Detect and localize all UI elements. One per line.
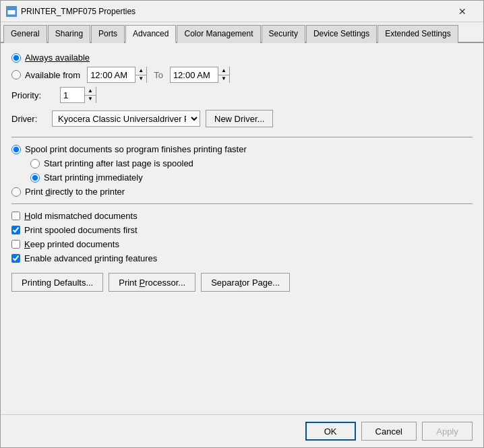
print-directly-label[interactable]: Print directly to the printer <box>11 187 125 197</box>
apply-button[interactable]: Apply <box>422 422 473 441</box>
enable-advanced-text: Enable advanced printing features <box>24 253 157 263</box>
svg-rect-1 <box>7 8 16 10</box>
priority-down[interactable]: ▼ <box>85 96 96 104</box>
window-title: PRINTER_TMPF075 Properties <box>21 7 447 16</box>
start-after-last-text: Start printing after last page is spoole… <box>44 158 193 168</box>
close-button[interactable]: ✕ <box>447 1 478 22</box>
tab-general[interactable]: General <box>3 25 47 43</box>
time-to-down[interactable]: ▼ <box>218 75 229 84</box>
time-to-spinners: ▲ ▼ <box>218 67 229 83</box>
printing-defaults-button[interactable]: Printing Defaults... <box>11 273 103 292</box>
driver-label: Driver: <box>11 114 45 124</box>
print-directly-row: Print directly to the printer <box>11 187 473 197</box>
tab-color-management[interactable]: Color Management <box>177 25 260 43</box>
print-directly-radio[interactable] <box>11 187 21 197</box>
spool-radio[interactable] <box>11 145 21 154</box>
print-spooled-row: Print spooled documents first <box>11 225 473 235</box>
driver-row: Driver: Kyocera Classic Universaldriver … <box>11 110 473 127</box>
priority-row: Priority: ▲ ▼ <box>11 87 473 103</box>
time-from-field[interactable] <box>88 67 135 82</box>
priority-spinners: ▲ ▼ <box>84 87 96 103</box>
separator-1 <box>11 137 473 137</box>
spool-label[interactable]: Spool print documents so program finishe… <box>11 144 247 154</box>
time-from-group: ▲ ▼ To ▲ ▼ <box>87 67 230 83</box>
print-spooled-label[interactable]: Print spooled documents first <box>24 225 138 235</box>
tab-ports[interactable]: Ports <box>91 25 125 43</box>
keep-printed-row: Keep printed documents <box>11 239 473 249</box>
enable-advanced-row: Enable advanced printing features <box>11 253 473 263</box>
time-from-input[interactable]: ▲ ▼ <box>87 67 147 83</box>
available-from-label[interactable]: Available from <box>11 70 80 80</box>
start-immediately-label[interactable]: Start printing immediately <box>30 172 143 183</box>
available-from-radio[interactable] <box>11 70 21 79</box>
hold-mismatched-text: Hold mismatched documents <box>24 211 138 221</box>
cancel-button[interactable]: Cancel <box>361 422 417 441</box>
to-label: To <box>154 70 163 80</box>
separator-page-button[interactable]: Separator Page... <box>201 273 290 292</box>
window-icon <box>6 6 17 17</box>
spool-text: Spool print documents so program finishe… <box>25 144 247 154</box>
tab-extended-settings[interactable]: Extended Settings <box>377 25 458 43</box>
always-available-row: Always available <box>11 53 473 63</box>
keep-printed-checkbox[interactable] <box>11 240 20 249</box>
main-window: PRINTER_TMPF075 Properties ✕ General Sha… <box>0 0 484 448</box>
priority-up[interactable]: ▲ <box>85 87 96 96</box>
print-spooled-text: Print spooled documents first <box>24 225 138 235</box>
always-available-radio[interactable] <box>11 53 21 63</box>
print-directly-text: Print directly to the printer <box>25 187 125 197</box>
hold-mismatched-row: Hold mismatched documents <box>11 211 473 221</box>
print-processor-button[interactable]: Print Processor... <box>109 273 195 292</box>
start-immediately-radio[interactable] <box>30 173 40 183</box>
content-area: Always available Available from ▲ ▼ To <box>1 43 483 414</box>
enable-advanced-checkbox[interactable] <box>11 254 20 263</box>
time-to-field[interactable] <box>171 67 218 82</box>
driver-select[interactable]: Kyocera Classic Universaldriver PCL6 <box>52 110 200 127</box>
start-immediately-row: Start printing immediately <box>11 172 473 183</box>
new-driver-button[interactable]: New Driver... <box>206 110 273 127</box>
separator-2 <box>11 203 473 204</box>
tab-security[interactable]: Security <box>262 25 305 43</box>
time-from-spinners: ▲ ▼ <box>135 67 146 83</box>
spool-row: Spool print documents so program finishe… <box>11 144 473 154</box>
tab-sharing[interactable]: Sharing <box>48 25 90 43</box>
keep-printed-label[interactable]: Keep printed documents <box>24 239 119 249</box>
available-from-row: Available from ▲ ▼ To ▲ ▼ <box>11 67 473 83</box>
tab-device-settings[interactable]: Device Settings <box>306 25 377 43</box>
start-after-last-radio[interactable] <box>30 159 40 168</box>
hold-mismatched-label[interactable]: Hold mismatched documents <box>24 211 138 221</box>
enable-advanced-label[interactable]: Enable advanced printing features <box>24 253 157 263</box>
start-after-last-row: Start printing after last page is spoole… <box>11 158 473 168</box>
dialog-footer: OK Cancel Apply <box>1 414 483 447</box>
tabs-row: General Sharing Ports Advanced Color Man… <box>1 22 483 43</box>
tab-advanced[interactable]: Advanced <box>125 25 176 43</box>
priority-label: Priority: <box>11 90 52 100</box>
start-immediately-text: Start printing immediately <box>44 172 143 183</box>
keep-printed-text: Keep printed documents <box>24 239 119 249</box>
priority-field[interactable] <box>61 88 84 102</box>
always-available-label[interactable]: Always available <box>11 53 90 63</box>
print-spooled-checkbox[interactable] <box>11 226 20 234</box>
priority-input-group: ▲ ▼ <box>60 87 96 103</box>
title-bar: PRINTER_TMPF075 Properties ✕ <box>1 1 483 22</box>
time-from-down[interactable]: ▼ <box>135 75 146 84</box>
always-available-text: Always available <box>25 53 90 63</box>
available-from-text: Available from <box>25 70 80 80</box>
start-after-last-label[interactable]: Start printing after last page is spoole… <box>30 158 193 168</box>
ok-button[interactable]: OK <box>305 422 356 441</box>
time-from-up[interactable]: ▲ <box>135 67 146 75</box>
time-to-up[interactable]: ▲ <box>218 67 229 75</box>
bottom-buttons-row: Printing Defaults... Print Processor... … <box>11 273 473 292</box>
time-to-input[interactable]: ▲ ▼ <box>170 67 230 83</box>
hold-mismatched-checkbox[interactable] <box>11 212 20 220</box>
